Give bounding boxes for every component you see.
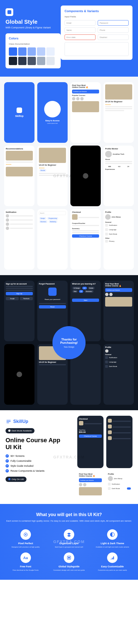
profile-name: John Mamp	[114, 478, 122, 479]
play-icon[interactable]	[17, 372, 22, 377]
phone-home: Find Your BestOnline Course 🔥 Continue y…	[70, 82, 101, 143]
phone-course-detail: UI-UX for Beginner ★★★★★	[104, 82, 134, 143]
styleguide-icon	[64, 552, 74, 563]
menu-item[interactable]: Language	[105, 360, 132, 364]
phone-home-dark: Find Your BestOnline Course 🔥 Continue y…	[104, 281, 134, 341]
phone-profile-dark: Profile General Notification Language Da…	[104, 344, 134, 405]
menu-item[interactable]: Notification	[105, 223, 132, 227]
benefit-desc: Designed with precision at high quality	[12, 546, 40, 548]
coupon-label: Coupon/Voucher	[72, 222, 99, 224]
tag-chip: Module	[39, 169, 46, 172]
input-preview: Email	[65, 20, 95, 26]
swatch	[37, 57, 45, 65]
play-icon[interactable]	[83, 173, 88, 179]
stat: 14	[127, 166, 129, 167]
signup-button[interactable]: Sign Up	[6, 292, 33, 295]
checkout-title: Checkout	[79, 418, 102, 420]
tag-chip[interactable]: Mobile	[88, 287, 95, 289]
brand-icon	[6, 418, 12, 425]
components-title: Components & Variants	[65, 9, 129, 13]
category-chip[interactable]: Business	[39, 220, 47, 223]
avatar	[108, 476, 113, 481]
signup-title: Sign up for an account	[6, 283, 33, 285]
figma-icon	[8, 478, 10, 480]
app-name: SkillUp	[15, 115, 24, 117]
tag-chip-active[interactable]: UX	[82, 287, 87, 289]
phone-splash: SkillUp	[4, 82, 34, 143]
phone-mentor: Profile Mentor Jonathan Toeh About 600 4…	[104, 146, 134, 206]
reset-button[interactable]: Reset	[39, 305, 66, 308]
star-rating: ★★★★★	[105, 104, 132, 105]
benefit-title: Organized Layer	[59, 542, 79, 545]
google-button[interactable]: Google	[6, 297, 19, 300]
checkout-button[interactable]: Checkout Course	[79, 434, 102, 438]
benefit-title: Light & Dark Theme	[101, 542, 124, 545]
course-thumbnail	[72, 101, 99, 112]
toggle-on[interactable]	[127, 487, 131, 490]
moon-icon	[108, 487, 111, 490]
thumb-icon	[79, 421, 83, 425]
tag-chip-active[interactable]: 3D	[79, 290, 83, 293]
avatar	[79, 483, 82, 486]
benefit-item: Pixel Perfect Designed with precision at…	[6, 529, 46, 548]
product-section: SkillUp Dark Mode Available Online Cours…	[0, 410, 138, 504]
app-logo-icon	[17, 108, 22, 113]
onboard-title: Easy to Access	[45, 120, 59, 122]
avatar	[6, 218, 9, 222]
phone-video-dark	[4, 344, 34, 405]
tag-chip[interactable]: Web	[72, 290, 78, 293]
swatch	[18, 47, 26, 56]
menu-item[interactable]: Notification	[105, 355, 132, 360]
next-button[interactable]: Next	[72, 299, 99, 302]
avatar	[6, 214, 9, 218]
figma-pill: Only On UI8	[6, 477, 26, 482]
input-preview: Password	[98, 20, 129, 26]
category-chip[interactable]: Design	[39, 217, 46, 220]
category-chip[interactable]: Programming	[47, 217, 58, 220]
benefit-desc: Available in both light and dark mode va…	[96, 546, 129, 548]
exp-label: Experiences	[105, 168, 132, 170]
menu-item[interactable]: Notification	[108, 482, 131, 486]
about-label: About	[105, 159, 132, 160]
menu-item[interactable]: Language	[105, 227, 132, 232]
forgot-title: Forget Password	[39, 283, 66, 285]
search-input[interactable]: Search	[39, 211, 66, 215]
colors-panel: Colors Class Documentation	[6, 33, 61, 68]
course-title: UI-UX for Beginner	[39, 164, 66, 166]
components-panel: Components & Variants Input Fields Email…	[61, 6, 132, 60]
continue-card: Continue your lessons	[79, 478, 102, 482]
continue-card: Continue your lessons	[72, 90, 99, 93]
menu-item[interactable]: Dark Mode	[108, 486, 131, 491]
avatar	[76, 97, 79, 100]
tag-chip[interactable]: Illustration	[84, 290, 94, 293]
onboard-desc: Lorem ipsum text	[47, 122, 58, 124]
price: $90.00	[79, 431, 102, 433]
avatar	[105, 293, 108, 296]
phone-recommendations: Recommendations ★★★★★	[4, 146, 34, 206]
course-hero-image	[39, 148, 66, 163]
swatch	[9, 57, 17, 65]
avatar	[80, 97, 84, 100]
menu-item[interactable]: Privacy	[105, 239, 132, 243]
swatch	[28, 57, 36, 65]
light-screens-section: SkillUp Easy to Access Lorem ipsum text …	[0, 77, 138, 275]
checkout-button[interactable]: Checkout Course	[72, 234, 99, 238]
lock-icon	[48, 288, 57, 296]
notif-title: Notification	[6, 211, 33, 213]
profile-title: Profile	[108, 473, 131, 475]
menu-item[interactable]: Dark Mode	[105, 364, 132, 369]
menu-item[interactable]: Dark Mode	[105, 232, 132, 236]
benefit-title: Easy Customizable	[101, 565, 124, 568]
hero-section: Global Style With Component Library & Fi…	[0, 0, 138, 77]
facebook-button[interactable]: Facebook	[20, 297, 33, 300]
benefit-item: Global Styleguide Consistent design with…	[49, 552, 89, 571]
category-chip[interactable]: Marketing	[49, 220, 57, 223]
avatar	[72, 97, 75, 100]
benefit-item: Light & Dark Theme Available in both lig…	[92, 529, 132, 548]
thanks-badge: Thanks for Purchasing! Toko Design	[52, 326, 86, 359]
color-swatches	[9, 47, 57, 65]
star-rating: ★★★★★	[39, 167, 66, 169]
tag-chip[interactable]: UI Design	[72, 287, 81, 289]
check-icon	[6, 459, 9, 463]
product-title: Online Course App UI Kit	[6, 437, 66, 451]
